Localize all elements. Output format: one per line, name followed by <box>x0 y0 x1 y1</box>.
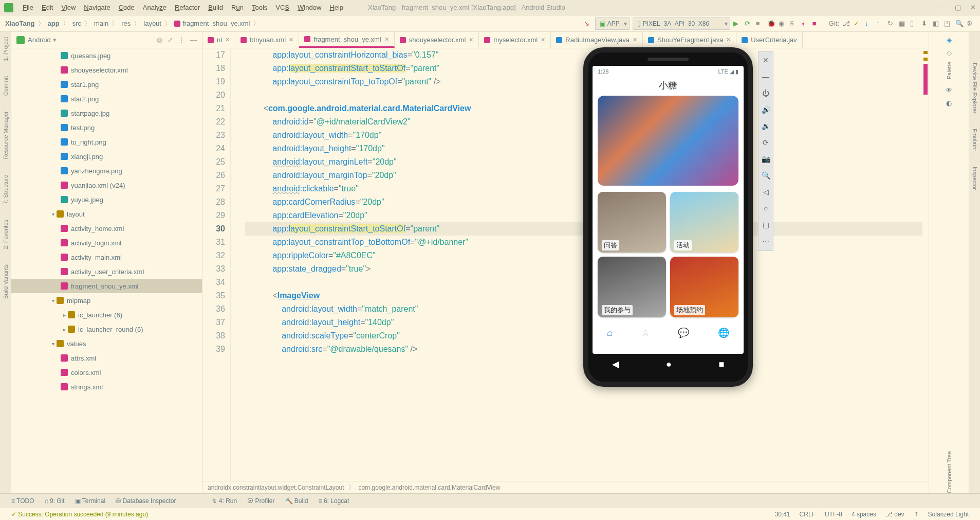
menu-analyze[interactable]: Analyze <box>139 4 171 11</box>
nav-back-icon[interactable]: ◀ <box>612 358 619 370</box>
menu-navigate[interactable]: Navigate <box>80 4 114 11</box>
card-booking[interactable]: 场地预约 <box>670 257 738 317</box>
tree-item[interactable]: yuanjiao.xml (v24) <box>11 178 202 192</box>
menu-vcs[interactable]: VCS <box>271 4 293 11</box>
theme-editor-icon[interactable]: ◰ <box>944 20 952 28</box>
em-tool-3[interactable]: 🔊 <box>761 105 770 115</box>
nav-home-circle-icon[interactable]: ● <box>666 359 672 370</box>
git-branch[interactable]: ⎇ dev <box>885 511 904 518</box>
tree-item[interactable]: shouyeselector.xml <box>11 63 202 77</box>
vcs-push-icon[interactable]: ↑ <box>876 20 884 28</box>
tree-item[interactable]: fragment_shou_ye.xml <box>11 279 202 293</box>
eye-icon[interactable]: 👁 <box>946 86 952 94</box>
twisty-icon[interactable]: ▸ <box>61 327 68 332</box>
tree-item[interactable]: activity_main.xml <box>11 250 202 264</box>
menu-edit[interactable]: Edit <box>38 4 57 11</box>
twisty-icon[interactable]: ▾ <box>49 298 57 303</box>
bc-component-0[interactable]: androidx.constraintlayout.widget.Constra… <box>208 484 344 491</box>
tool-database[interactable]: ⛁ Database Inspector <box>116 497 176 505</box>
bc-res[interactable]: res <box>121 20 131 27</box>
tree-item[interactable]: test.png <box>11 120 202 135</box>
apply-changes-icon[interactable]: ⟳ <box>745 20 753 28</box>
tree-item[interactable]: ▸ic_launcher (6) <box>11 308 202 322</box>
menu-file[interactable]: File <box>19 4 38 11</box>
layout-inspector-icon[interactable]: ▦ <box>899 20 907 28</box>
tool-run[interactable]: ↯ 4: Run <box>212 497 237 505</box>
bc-project[interactable]: XiaoTang <box>5 20 35 27</box>
debug-icon[interactable]: 🐞 <box>767 20 775 28</box>
options-icon[interactable]: ⋮ <box>178 36 185 44</box>
card-participation[interactable]: 我的参与 <box>598 257 666 317</box>
tree-item[interactable]: to_right.png <box>11 135 202 149</box>
avd-manager-icon[interactable]: ▯ <box>910 20 918 28</box>
tool-build[interactable]: 🔨 Build <box>285 497 308 505</box>
apply-code-icon[interactable]: ≡ <box>756 20 764 28</box>
caret-position[interactable]: 30:41 <box>775 511 790 518</box>
tree-item[interactable]: ▾values <box>11 336 202 351</box>
menu-run[interactable]: Run <box>227 4 248 11</box>
editor-tab[interactable]: fragment_shou_ye.xml✕ <box>299 32 395 48</box>
tool-logcat[interactable]: ≡ 6: Logcat <box>319 497 349 505</box>
line-separator[interactable]: CRLF <box>800 511 816 518</box>
tree-item[interactable]: activity_login.xml <box>11 236 202 250</box>
collapse-icon[interactable]: ⤢ <box>168 36 173 44</box>
error-stripe[interactable] <box>922 48 929 481</box>
close-tab-icon[interactable]: ✕ <box>633 37 637 43</box>
vtab-resource-manager[interactable]: Resource Manager <box>3 111 9 159</box>
menu-help[interactable]: Help <box>325 4 347 11</box>
tree-item[interactable]: star1.png <box>11 77 202 92</box>
run-config-dropdown[interactable]: ▣APP <box>595 17 630 30</box>
em-tool-8[interactable]: ◁ <box>761 188 770 197</box>
design-icon[interactable]: ◐ <box>946 99 952 107</box>
profile-icon[interactable]: ◉ <box>779 20 787 28</box>
app-banner-image[interactable] <box>598 96 738 186</box>
card-qa[interactable]: 问答 <box>598 192 666 253</box>
attach2-icon[interactable]: ⍿ <box>801 20 809 28</box>
em-tool-4[interactable]: 🔉 <box>761 122 770 131</box>
file-encoding[interactable]: UTF-8 <box>825 511 842 518</box>
nav-chat-icon[interactable]: 💬 <box>678 327 689 338</box>
tool-todo[interactable]: ≡ TODO <box>11 497 34 505</box>
palette-label[interactable]: Palette <box>946 62 952 79</box>
twisty-icon[interactable]: ▾ <box>49 211 57 217</box>
vtab-project[interactable]: 1: Project <box>3 37 9 61</box>
tree-item[interactable]: activity_user_criteria.xml <box>11 264 202 279</box>
window-close-icon[interactable]: ✕ <box>970 4 976 11</box>
tree-item[interactable]: attrs.xml <box>11 351 202 365</box>
menu-refactor[interactable]: Refactor <box>171 4 204 11</box>
vcs-update-icon[interactable]: ↓ <box>865 20 873 28</box>
editor-tab[interactable]: btnyuan.xml✕ <box>235 32 299 48</box>
bc-src[interactable]: src <box>72 20 81 27</box>
tree-item[interactable]: startpage.jpg <box>11 106 202 120</box>
close-tab-icon[interactable]: ✕ <box>225 37 230 43</box>
nav-star-icon[interactable]: ☆ <box>641 327 650 338</box>
tool-terminal[interactable]: ▣ Terminal <box>75 497 105 505</box>
tree-item[interactable]: ▸ic_launcher_round (6) <box>11 322 202 336</box>
component-tree-label[interactable]: Component Tree <box>946 451 952 493</box>
em-tool-7[interactable]: 🔍 <box>761 171 770 181</box>
editor-tab[interactable]: RadiuImageView.java✕ <box>551 32 643 48</box>
editor-tab[interactable]: ShouYeFragment.java✕ <box>643 32 736 48</box>
window-minimize-icon[interactable]: — <box>939 4 946 11</box>
vtab-commit[interactable]: Commit <box>3 76 9 96</box>
em-tool-9[interactable]: ○ <box>761 204 770 213</box>
bc-main[interactable]: main <box>94 20 108 27</box>
tree-item[interactable]: star2.png <box>11 92 202 106</box>
tree-item[interactable]: quesans.jpeg <box>11 48 202 63</box>
hide-icon[interactable]: — <box>190 36 197 44</box>
tree-item[interactable]: yuyue.jpeg <box>11 192 202 207</box>
vcs-history-icon[interactable]: ↻ <box>887 20 896 28</box>
close-tab-icon[interactable]: ✕ <box>726 37 731 43</box>
window-maximize-icon[interactable]: ▢ <box>955 4 961 11</box>
menu-view[interactable]: View <box>57 4 80 11</box>
menu-tools[interactable]: Tools <box>248 4 271 11</box>
project-view-name[interactable]: Android <box>28 36 51 44</box>
search-icon[interactable]: 🔍 <box>955 20 964 28</box>
sdk-manager-icon[interactable]: ⬇ <box>921 20 930 28</box>
lock-icon[interactable]: ⤒ <box>914 511 919 518</box>
indent-info[interactable]: 4 spaces <box>852 511 876 518</box>
tree-item[interactable]: yanzhengma.png <box>11 164 202 178</box>
device-dropdown[interactable]: ▯PIXEL_3A_API_30_X86 <box>633 17 730 30</box>
vcs-commit-icon[interactable]: ✓ <box>854 20 862 28</box>
vtab-emulator[interactable]: Emulator <box>972 129 978 151</box>
